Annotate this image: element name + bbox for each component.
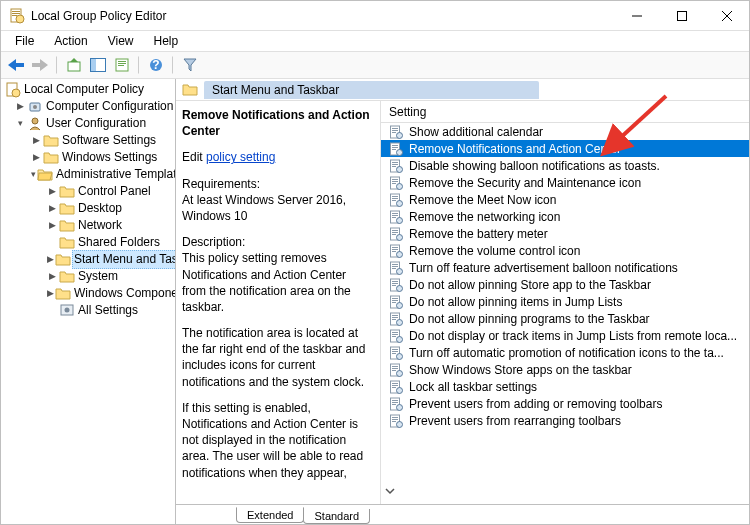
expand-icon[interactable]: ▶ <box>15 101 26 112</box>
list-item[interactable]: Show Windows Store apps on the taskbar <box>381 361 749 378</box>
svg-rect-112 <box>392 404 396 405</box>
maximize-button[interactable] <box>659 1 704 30</box>
list-item[interactable]: Prevent users from rearranging toolbars <box>381 412 749 429</box>
tree-windows-settings[interactable]: ▶Windows Settings <box>3 149 175 166</box>
list-item[interactable]: Turn off automatic promotion of notifica… <box>381 344 749 361</box>
policy-item-icon <box>389 176 403 190</box>
list-item-label: Do not allow pinning programs to the Tas… <box>409 312 650 326</box>
svg-marker-9 <box>8 59 24 71</box>
svg-rect-95 <box>392 349 398 350</box>
requirements: Requirements:At least Windows Server 201… <box>182 176 372 225</box>
menu-file[interactable]: File <box>7 32 42 50</box>
tree-software-settings[interactable]: ▶Software Settings <box>3 132 175 149</box>
svg-rect-82 <box>392 302 396 303</box>
expand-icon[interactable]: ▶ <box>47 288 54 299</box>
list-header-setting[interactable]: Setting <box>381 101 749 123</box>
properties-button[interactable] <box>111 54 133 76</box>
settings-list[interactable]: Show additional calendarRemove Notificat… <box>381 123 749 504</box>
list-item[interactable]: Prevent users from adding or removing to… <box>381 395 749 412</box>
list-item[interactable]: Remove the Meet Now icon <box>381 191 749 208</box>
minimize-button[interactable] <box>614 1 659 30</box>
menu-help[interactable]: Help <box>146 32 187 50</box>
svg-rect-37 <box>392 149 396 150</box>
forward-button[interactable] <box>29 54 51 76</box>
collapse-icon[interactable]: ▾ <box>31 169 36 180</box>
svg-rect-97 <box>392 353 396 354</box>
list-item[interactable]: Lock all taskbar settings <box>381 378 749 395</box>
menu-action[interactable]: Action <box>46 32 95 50</box>
close-button[interactable] <box>704 1 749 30</box>
expand-icon[interactable]: ▶ <box>47 254 54 265</box>
list-item-label: Remove the volume control icon <box>409 244 580 258</box>
list-item[interactable]: Remove Notifications and Action Center <box>381 140 749 157</box>
tree-network[interactable]: ▶Network <box>3 217 175 234</box>
policy-item-icon <box>389 380 403 394</box>
gpedit-window: Local Group Policy Editor File Action Vi… <box>0 0 750 525</box>
content-title: Start Menu and Taskbar <box>204 81 539 99</box>
list-item-label: Turn off automatic promotion of notifica… <box>409 346 724 360</box>
filter-button[interactable] <box>179 54 201 76</box>
list-item[interactable]: Do not allow pinning items in Jump Lists <box>381 293 749 310</box>
policy-item-icon <box>389 414 403 428</box>
tree-computer-config[interactable]: ▶Computer Configuration <box>3 98 175 115</box>
list-item[interactable]: Remove the battery meter <box>381 225 749 242</box>
list-item[interactable]: Remove the Security and Maintenance icon <box>381 174 749 191</box>
svg-marker-10 <box>32 59 48 71</box>
expand-icon[interactable]: ▶ <box>31 152 42 163</box>
tree-shared-folders[interactable]: ▶Shared Folders <box>3 234 175 251</box>
view-tabs: Extended Standard <box>176 504 749 524</box>
edit-policy-link[interactable]: policy setting <box>206 150 275 164</box>
expand-icon[interactable]: ▶ <box>31 135 42 146</box>
tree-control-panel[interactable]: ▶Control Panel <box>3 183 175 200</box>
list-item[interactable]: Turn off feature advertisement balloon n… <box>381 259 749 276</box>
tree-user-config[interactable]: ▾User Configuration <box>3 115 175 132</box>
policy-item-icon <box>389 346 403 360</box>
list-item[interactable]: Show additional calendar <box>381 123 749 140</box>
expand-icon[interactable]: ▶ <box>47 186 58 197</box>
help-button[interactable]: ? <box>145 54 167 76</box>
svg-rect-47 <box>392 183 396 184</box>
list-item[interactable]: Do not allow pinning programs to the Tas… <box>381 310 749 327</box>
svg-marker-12 <box>70 58 78 62</box>
menu-view[interactable]: View <box>100 32 142 50</box>
svg-rect-92 <box>392 336 396 337</box>
expand-icon[interactable]: ▶ <box>47 220 58 231</box>
tree-all-settings[interactable]: ▶All Settings <box>3 302 175 319</box>
window-controls <box>614 1 749 30</box>
svg-rect-31 <box>392 130 398 131</box>
tree-label: Computer Configuration <box>46 98 173 115</box>
list-item[interactable]: Do not allow pinning Store app to the Ta… <box>381 276 749 293</box>
tree-desktop[interactable]: ▶Desktop <box>3 200 175 217</box>
scroll-down-icon[interactable] <box>383 484 397 501</box>
tree-admin-templates[interactable]: ▾Administrative Templates <box>3 166 175 183</box>
settings-list-pane: Setting Show additional calendarRemove N… <box>380 101 749 504</box>
tree-root[interactable]: Local Computer Policy <box>3 81 175 98</box>
list-item[interactable]: Do not display or track items in Jump Li… <box>381 327 749 344</box>
policy-item-icon <box>389 397 403 411</box>
svg-marker-21 <box>184 59 196 71</box>
expand-icon[interactable]: ▶ <box>47 271 58 282</box>
tab-standard[interactable]: Standard <box>303 509 370 524</box>
tree-system[interactable]: ▶System <box>3 268 175 285</box>
collapse-icon[interactable]: ▾ <box>15 118 26 129</box>
tree-start-menu-taskbar[interactable]: ▶Start Menu and Taskbar <box>3 251 175 268</box>
policy-item-icon <box>389 142 403 156</box>
tree-windows-components[interactable]: ▶Windows Components <box>3 285 175 302</box>
req-label: Requirements: <box>182 177 260 191</box>
expand-icon[interactable]: ▶ <box>47 203 58 214</box>
folder-open-icon <box>37 167 53 183</box>
svg-rect-60 <box>392 230 398 231</box>
list-item[interactable]: Disable showing balloon notifications as… <box>381 157 749 174</box>
show-hide-tree-button[interactable] <box>87 54 109 76</box>
desc-text-1: This policy setting removes Notification… <box>182 251 351 314</box>
tab-extended[interactable]: Extended <box>236 507 304 523</box>
policy-item-icon <box>389 159 403 173</box>
up-button[interactable] <box>63 54 85 76</box>
list-item[interactable]: Remove the volume control icon <box>381 242 749 259</box>
body: Local Computer Policy ▶Computer Configur… <box>1 79 749 524</box>
list-item[interactable]: Remove the networking icon <box>381 208 749 225</box>
svg-rect-90 <box>392 332 398 333</box>
tree-pane[interactable]: Local Computer Policy ▶Computer Configur… <box>1 79 176 524</box>
svg-rect-62 <box>392 234 396 235</box>
back-button[interactable] <box>5 54 27 76</box>
